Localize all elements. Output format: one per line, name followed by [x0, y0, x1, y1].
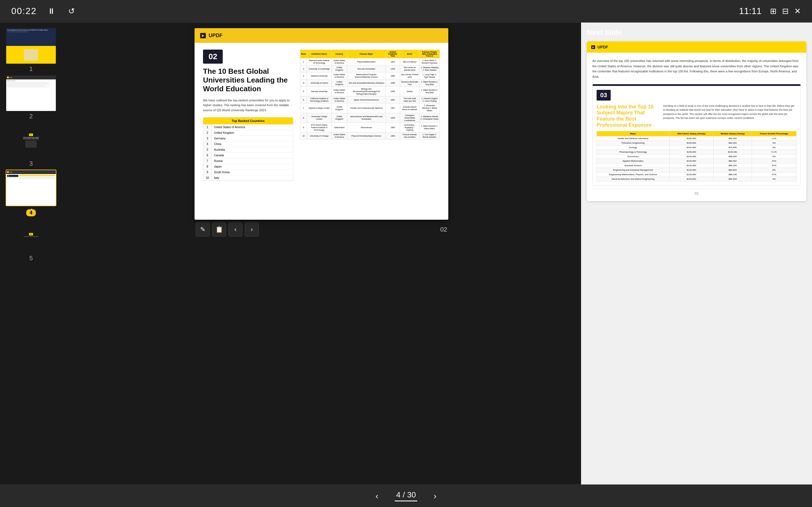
country-cell: China [212, 142, 293, 147]
next-slide-title: Next Slide [587, 28, 806, 37]
country-cell: Canada [212, 153, 293, 158]
pause-button[interactable]: ⏸ [45, 4, 57, 18]
top-ranked-row: 9 South Korea [203, 170, 293, 175]
bottom-nav: ‹ 4 / 30 › [0, 485, 812, 507]
refresh-button[interactable]: ↺ [66, 4, 77, 18]
ns-table-row: Zoology $142,000 $76,856 5% [597, 145, 797, 150]
slide-3-number: 3 [6, 160, 56, 167]
slide-right-column: Rank Institution Name Country Famous Maj… [300, 50, 440, 215]
rank-cell: 6 [203, 153, 212, 158]
slide-description: We have outlined the top-ranked universi… [203, 98, 293, 113]
ns-majors-table: Major Mid-Career Salary (Yearly) Median … [597, 131, 797, 181]
next-slide-card: ▶ UPDF An overview of the top 100 univer… [587, 41, 806, 201]
table-row: 4 University of Oxford United Kingdom Ar… [300, 79, 440, 87]
ns-slide3-number: 03 [597, 90, 611, 101]
country-cell: Russia [212, 158, 293, 164]
slide-time-display: 11:11 [739, 6, 762, 16]
ns-footer: 03 [592, 189, 801, 195]
layout-button[interactable]: ⊟ [782, 6, 789, 16]
top-ranked-row: 6 Canada [203, 153, 293, 158]
ns-table-row: Engineering Mathematics, Physics, and Sc… [597, 172, 797, 177]
prev-slide-btn[interactable]: ‹ [229, 223, 243, 237]
country-cell: Italy [212, 175, 293, 180]
country-cell: United States of America [212, 124, 293, 130]
rank-cell: 3 [203, 136, 212, 141]
updf-title: UPDF [209, 33, 222, 39]
rank-cell: 2 [203, 130, 212, 135]
ns-col-mid-career: Mid-Career Salary (Yearly) [669, 131, 713, 136]
next-slide-btn[interactable]: › [245, 223, 259, 237]
universities-table: Rank Institution Name Country Famous Maj… [300, 50, 440, 139]
top-ranked-row: 4 China [203, 142, 293, 147]
ns-table-row: Pharmacology & Toxicology $138,000 $100,… [597, 150, 797, 154]
table-row: 5 Harvard University United States of Am… [300, 87, 440, 96]
table-row: 10 University of Chicago United States o… [300, 132, 440, 139]
col-motto: Motto [400, 50, 419, 58]
top-ranked-row: 3 Germany [203, 136, 293, 142]
col-famous: Famous People Who Graduated From It [419, 50, 440, 58]
close-button[interactable]: ✕ [794, 6, 801, 16]
top-bar-left: 00:22 ⏸ ↺ [11, 4, 77, 18]
ns-slide3-title: Looking Into the Top 10 Subject Majors T… [597, 104, 659, 128]
col-year: School Establish Time [386, 50, 400, 58]
ns-table-row: Naval Architecture and Marine Engineerin… [597, 177, 797, 181]
col-country: Country [332, 50, 347, 58]
updf-logo: ▶ [200, 33, 206, 38]
table-row: 6 California Institute of Technology (Ca… [300, 96, 440, 103]
top-ranked-row: 5 Australia [203, 147, 293, 153]
rank-cell: 5 [203, 147, 212, 152]
edit-button[interactable]: ✎ [196, 223, 210, 237]
rank-cell: 9 [203, 170, 212, 175]
slide-thumb-5[interactable]: 03 Looking Into the Top 10 Subject Major… [6, 217, 56, 262]
ns-table-header: Major Mid-Career Salary (Yearly) Median … [597, 131, 797, 136]
ns-col-growth: Future Growth Percentage [752, 131, 796, 136]
note-button[interactable]: 📋 [212, 223, 226, 237]
window-controls: ⊞ ⊟ ✕ [770, 6, 801, 16]
top-bar-right: 11:11 ⊞ ⊟ ✕ [739, 6, 801, 16]
country-cell: Germany [212, 136, 293, 141]
next-slide-panel: Next Slide ▶ UPDF An overview of the top… [581, 22, 812, 485]
slide-2-number: 2 [6, 113, 56, 120]
ns-col-median: Median Salary (Yearly) [713, 131, 752, 136]
slide-thumb-3[interactable]: 01 Understanding the Need to Apply Inter… [6, 122, 56, 167]
next-page-button[interactable]: › [432, 489, 439, 503]
ns-table-row: Applied Mathematics $130,000 $96,362 21% [597, 159, 797, 163]
ns-table-row: Petroleum Engineering $156,000 $84,000 3… [597, 141, 797, 145]
col-major: Famous Major [347, 50, 386, 58]
sidebar: Find and Apply For the Best Institutes I… [0, 22, 62, 485]
page-line [395, 501, 417, 501]
slide-action-buttons: ✎ 📋 ‹ › [196, 223, 259, 237]
top-ranked-row: 10 Italy [203, 175, 293, 180]
prev-page-button[interactable]: ‹ [373, 489, 380, 503]
col-rank: Rank [300, 50, 307, 58]
slide-thumb-2[interactable]: UPDF Table of Contents 2 [6, 75, 56, 120]
top-ranked-row: 2 United Kingdom [203, 130, 293, 136]
slide-main-title: The 10 Best Global Universities Leading … [203, 67, 293, 94]
grid-view-button[interactable]: ⊞ [770, 6, 776, 16]
col-institution: Institution Name [307, 50, 332, 58]
ns-intro-text: An overview of the top 100 universities … [592, 58, 801, 79]
slide-thumb-1[interactable]: Find and Apply For the Best Institutes I… [6, 27, 56, 73]
page-indicator: 4 / 30 [389, 490, 423, 501]
table-row: 8 University College London United Kingd… [300, 113, 440, 122]
main-slide: ▶ UPDF 02 The 10 Best Global Universitie… [195, 28, 448, 220]
center-content: ▶ UPDF 02 The 10 Best Global Universitie… [62, 22, 581, 485]
country-cell: South Korea [212, 170, 293, 175]
ns-table-row: Economics $133,000 $58,000 6% [597, 154, 797, 159]
slide-number-box: 02 [203, 50, 223, 64]
slide-thumb-4[interactable]: UPDF 02 The 10 Best Global Universities [6, 170, 56, 215]
table-row: 2 University of Cambridge United Kingdom… [300, 65, 440, 72]
top-ranked-row: 8 Japan [203, 164, 293, 170]
ns-table-row: Engineering and Industrial Management $1… [597, 168, 797, 172]
top-ranked-table: Top Ranked Countries 1 United States of … [203, 117, 293, 181]
slide-controls: ✎ 📋 ‹ › 02 [195, 223, 448, 237]
slide-page-label: 02 [441, 226, 447, 233]
slide-left-column: 02 The 10 Best Global Universities Leadi… [203, 50, 293, 215]
ns-body: An overview of the top 100 universities … [587, 53, 806, 201]
ns-table-row: Actuarial Science $129,500 $88,255 21% [597, 163, 797, 168]
table-row: 3 Stanford University United States of A… [300, 72, 440, 79]
page-number: 4 / 30 [389, 490, 423, 499]
table-row: 7 Imperial College London United Kingdom… [300, 103, 440, 113]
rank-cell: 8 [203, 164, 212, 169]
top-ranked-row: 7 Russia [203, 158, 293, 164]
